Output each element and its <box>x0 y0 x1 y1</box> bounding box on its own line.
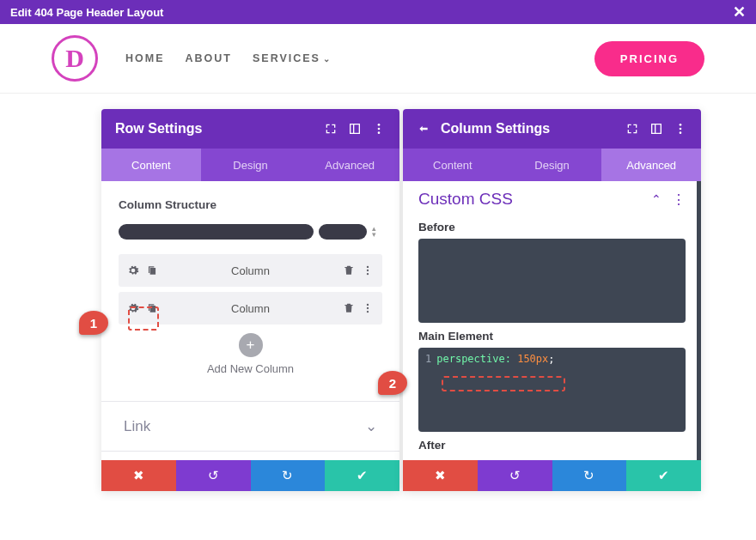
logo[interactable]: D <box>52 35 98 82</box>
add-column-button[interactable]: + <box>239 333 263 357</box>
column-label: Column <box>165 264 336 277</box>
main-nav: HOME ABOUT SERVICES⌄ <box>125 52 332 64</box>
scrollbar[interactable] <box>697 181 701 491</box>
structure-bar-wide <box>119 224 314 240</box>
before-code-input[interactable] <box>418 239 686 323</box>
panel-tabs: Content Design Advanced <box>403 149 701 181</box>
tab-design[interactable]: Design <box>201 149 301 181</box>
discard-button[interactable]: ✖ <box>101 460 176 491</box>
column-row-2[interactable]: Column <box>119 292 382 325</box>
svg-point-3 <box>367 266 369 268</box>
discard-button[interactable]: ✖ <box>403 460 478 491</box>
chevron-up-icon[interactable]: ⌃ <box>651 192 662 206</box>
redo-button[interactable]: ↻ <box>251 460 326 491</box>
nav-services[interactable]: SERVICES⌄ <box>253 52 332 64</box>
trash-icon[interactable] <box>343 302 355 314</box>
panel-header: Column Settings <box>403 109 701 149</box>
expand-icon[interactable] <box>625 122 639 136</box>
panel-body: Custom CSS ⌃ ⋮ Before Main Element 1pers… <box>403 181 701 491</box>
column-label: Column <box>165 302 336 315</box>
svg-point-11 <box>680 131 682 134</box>
svg-point-2 <box>378 131 381 134</box>
top-bar-title: Edit 404 Page Header Layout <box>10 6 163 19</box>
duplicate-icon[interactable] <box>146 302 158 314</box>
svg-point-10 <box>680 128 682 130</box>
chevron-down-icon: ⌄ <box>323 54 332 64</box>
tab-advanced[interactable]: Advanced <box>601 149 701 181</box>
gear-icon[interactable] <box>127 302 139 314</box>
svg-point-9 <box>680 124 682 126</box>
panel-header: Row Settings <box>101 109 399 149</box>
structure-stepper[interactable]: ▴▾ <box>372 226 382 238</box>
action-bar: ✖ ↺ ↻ ✔ <box>101 460 399 491</box>
grid-icon[interactable] <box>348 122 362 136</box>
svg-point-7 <box>367 307 369 309</box>
more-icon[interactable] <box>362 264 374 276</box>
pricing-button[interactable]: PRICING <box>594 41 704 76</box>
close-icon[interactable]: ✕ <box>733 3 746 21</box>
tab-content[interactable]: Content <box>403 149 503 181</box>
nav-about[interactable]: ABOUT <box>186 52 232 64</box>
panel-body: Column Structure ▴▾ Column Column + <box>101 181 399 491</box>
site-header: D HOME ABOUT SERVICES⌄ PRICING <box>0 24 756 94</box>
trash-icon[interactable] <box>343 264 355 276</box>
custom-css-header[interactable]: Custom CSS ⌃ ⋮ <box>418 190 686 209</box>
structure-bar-narrow <box>319 224 367 240</box>
panel-tabs: Content Design Advanced <box>101 149 399 181</box>
svg-point-0 <box>378 124 381 126</box>
save-button[interactable]: ✔ <box>626 460 701 491</box>
gear-icon[interactable] <box>127 264 139 276</box>
column-structure-label: Column Structure <box>119 198 382 211</box>
accordion-link[interactable]: Link ⌄ <box>101 401 399 451</box>
redo-button[interactable]: ↻ <box>552 460 627 491</box>
main-element-label: Main Element <box>418 330 686 343</box>
column-row-1[interactable]: Column <box>119 254 382 287</box>
back-icon[interactable] <box>417 122 430 136</box>
chevron-down-icon: ⌄ <box>365 417 377 435</box>
panels-wrap: Row Settings Content Design Advanced Col… <box>101 109 701 491</box>
main-element-code-input[interactable]: 1perspective: 150px; <box>418 348 686 432</box>
expand-icon[interactable] <box>324 122 338 136</box>
more-icon[interactable] <box>372 122 386 136</box>
nav-home[interactable]: HOME <box>125 52 165 64</box>
svg-point-6 <box>367 304 369 306</box>
svg-point-4 <box>367 270 369 271</box>
tab-advanced[interactable]: Advanced <box>300 149 399 181</box>
add-column-label: Add New Column <box>119 362 382 375</box>
callout-marker-1: 1 <box>79 311 108 335</box>
svg-point-1 <box>378 128 381 130</box>
top-bar: Edit 404 Page Header Layout ✕ <box>0 0 756 24</box>
undo-button[interactable]: ↺ <box>176 460 251 491</box>
tab-design[interactable]: Design <box>503 149 602 181</box>
panel-title: Row Settings <box>115 121 314 137</box>
action-bar: ✖ ↺ ↻ ✔ <box>403 460 701 491</box>
after-label: After <box>418 439 686 452</box>
panel-title: Column Settings <box>441 121 615 137</box>
column-settings-panel: Column Settings Content Design Advanced … <box>403 109 701 491</box>
tab-content[interactable]: Content <box>101 149 201 181</box>
undo-button[interactable]: ↺ <box>478 460 552 491</box>
more-icon[interactable] <box>362 302 374 314</box>
save-button[interactable]: ✔ <box>325 460 399 491</box>
before-label: Before <box>418 221 686 234</box>
row-settings-panel: Row Settings Content Design Advanced Col… <box>101 109 399 491</box>
more-icon[interactable]: ⋮ <box>672 191 686 208</box>
duplicate-icon[interactable] <box>146 264 158 276</box>
grid-icon[interactable] <box>649 122 663 136</box>
column-structure-selector[interactable]: ▴▾ <box>119 220 382 244</box>
callout-marker-2: 2 <box>378 371 407 395</box>
svg-point-8 <box>367 311 369 312</box>
more-icon[interactable] <box>674 122 687 136</box>
svg-point-5 <box>367 273 369 275</box>
